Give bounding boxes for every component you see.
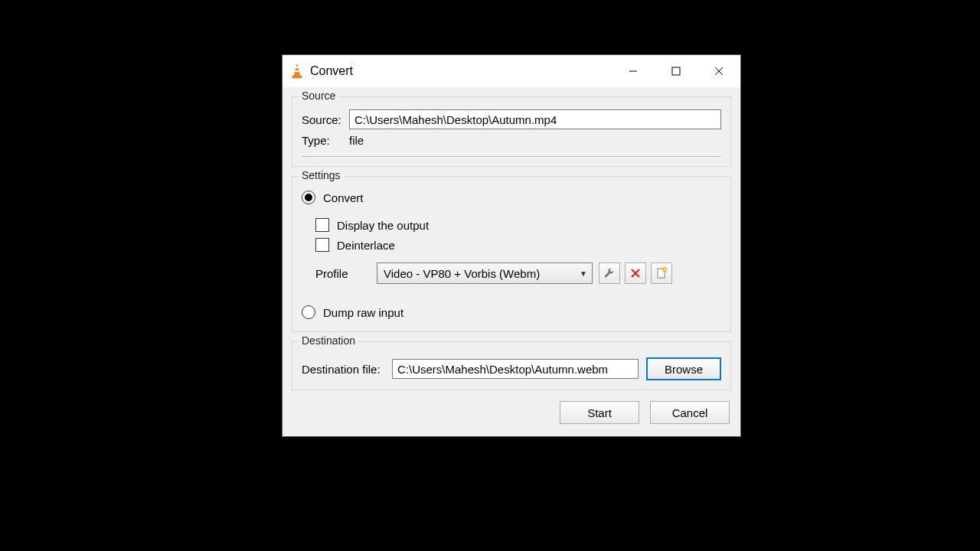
radio-icon [302, 305, 315, 319]
maximize-button[interactable] [655, 55, 697, 87]
source-input[interactable] [349, 109, 721, 129]
new-file-icon [656, 267, 667, 279]
minimize-button[interactable] [612, 55, 655, 87]
start-button-label: Start [587, 406, 612, 419]
delete-profile-button[interactable] [625, 262, 646, 284]
svg-rect-1 [296, 67, 298, 68]
deinterlace-checkbox-row[interactable]: Deinterlace [315, 238, 721, 252]
type-value: file [349, 134, 364, 147]
source-label: Source: [302, 113, 349, 126]
destination-file-input[interactable] [392, 359, 639, 379]
edit-profile-button[interactable] [599, 262, 620, 284]
destination-file-label: Destination file: [302, 363, 392, 376]
destination-legend: Destination [299, 334, 358, 347]
convert-radio-label: Convert [323, 191, 364, 204]
settings-group: Settings Convert Display the output Dein… [292, 176, 731, 332]
svg-rect-5 [672, 67, 680, 75]
radio-icon [302, 191, 315, 204]
source-legend: Source [299, 90, 338, 102]
profile-select[interactable]: Video - VP80 + Vorbis (Webm) ▼ [377, 262, 593, 284]
type-label: Type: [302, 134, 349, 147]
convert-radio-row[interactable]: Convert [302, 191, 721, 204]
profile-label: Profile [315, 267, 377, 280]
dialog-footer: Start Cancel [292, 396, 731, 427]
cancel-button-label: Cancel [672, 406, 708, 419]
dialog-body: Source Source: Type: file Settings Conve… [283, 87, 740, 436]
svg-rect-2 [295, 70, 299, 72]
dialog-title: Convert [310, 64, 612, 78]
new-profile-button[interactable] [651, 262, 672, 284]
wrench-icon [603, 267, 616, 279]
source-divider [302, 156, 721, 157]
browse-button[interactable]: Browse [646, 357, 721, 380]
vlc-cone-icon [290, 64, 304, 79]
svg-marker-0 [294, 64, 300, 76]
titlebar: Convert [283, 55, 740, 87]
window-controls [612, 55, 740, 87]
display-output-label: Display the output [337, 219, 429, 232]
start-button[interactable]: Start [560, 401, 639, 424]
checkbox-icon [315, 218, 329, 232]
destination-group: Destination Destination file: Browse [292, 341, 731, 390]
svg-rect-3 [292, 76, 302, 78]
x-icon [630, 268, 641, 279]
dump-raw-radio-row[interactable]: Dump raw input [302, 305, 721, 319]
deinterlace-label: Deinterlace [337, 239, 395, 252]
checkbox-icon [315, 238, 329, 252]
close-button[interactable] [697, 55, 740, 87]
dump-raw-label: Dump raw input [323, 306, 403, 319]
profile-select-value: Video - VP80 + Vorbis (Webm) [384, 267, 540, 280]
browse-button-label: Browse [665, 363, 703, 376]
chevron-down-icon: ▼ [580, 269, 587, 278]
source-group: Source Source: Type: file [292, 96, 731, 167]
cancel-button[interactable]: Cancel [650, 401, 730, 424]
display-output-checkbox-row[interactable]: Display the output [315, 218, 721, 232]
settings-legend: Settings [299, 169, 344, 181]
convert-dialog: Convert Source Source: Type: file [282, 54, 741, 437]
